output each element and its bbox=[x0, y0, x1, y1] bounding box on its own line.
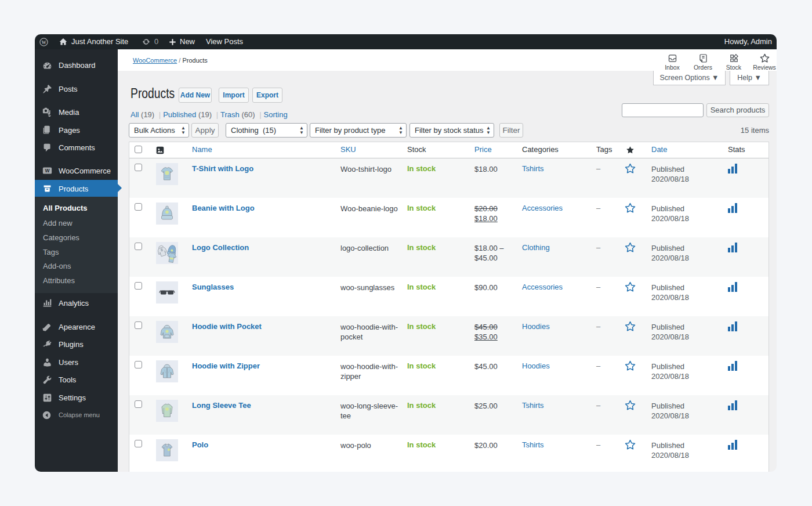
svg-text:W: W bbox=[45, 168, 50, 174]
svg-text:W: W bbox=[41, 40, 46, 45]
